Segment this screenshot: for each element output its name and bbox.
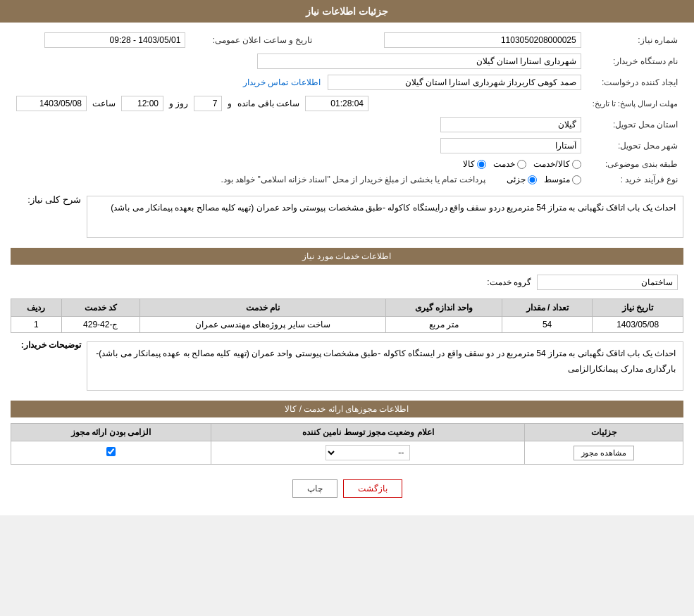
perm-col-required: الزامی بودن ارائه مجوز [11,424,211,441]
col-need-date: تاریخ نیاز [593,299,683,317]
perm-required-checkbox[interactable] [106,447,116,456]
buyer-description-text: احداث یک باب اتاقک نگهبانی به متراز 54 م… [96,348,676,374]
col-unit: واحد اندازه گیری [386,299,502,317]
buyer-description-box: احداث یک باب اتاقک نگهبانی به متراز 54 م… [87,341,683,391]
response-deadline-label: مهلت ارسال پاسخ: تا تاریخ: [587,93,683,114]
day-separator: و [228,99,232,108]
motavasset-label: متوسط [544,175,570,184]
perm-status-select[interactable]: -- [326,445,410,460]
permissions-link[interactable]: اطلاعات مجوزهای ارائه خدمت / کالا [285,404,409,414]
radio-jozii[interactable]: جزئی [507,175,537,184]
service-group-input[interactable] [537,275,678,290]
col-service-code: کد خدمت [61,299,140,317]
list-item: مشاهده مجوز -- [11,441,683,465]
permissions-section-title: اطلاعات مجوزهای ارائه خدمت / کالا [11,401,683,417]
services-table: تاریخ نیاز تعداد / مقدار واحد اندازه گیر… [11,298,683,333]
cell-date: 1403/05/08 [593,317,683,333]
day-label: روز و [169,99,188,108]
cell-quantity: 54 [502,317,593,333]
city-input[interactable] [440,138,581,153]
response-date-input[interactable] [16,96,87,111]
need-number-input[interactable] [384,32,581,48]
kala-khedmat-label: کالا/خدمت [533,159,569,169]
services-section-title: اطلاعات خدمات مورد نیاز [11,248,683,265]
city-label: شهر محل تحویل: [587,135,683,156]
announce-label: تاریخ و ساعت اعلان عمومی: [191,30,318,51]
perm-required-cell [11,441,211,465]
khedmat-label: خدمت [493,159,515,169]
purchase-note: پرداخت تمام یا بخشی از مبلغ خریدار از مح… [221,175,485,184]
response-remaining-input[interactable] [305,96,368,111]
contact-link[interactable]: اطلاعات تماس خریدار [243,77,321,87]
col-quantity: تعداد / مقدار [502,299,593,317]
cell-unit: متر مربع [386,317,502,333]
cell-row: 1 [11,317,62,333]
need-number-label: شماره نیاز: [587,30,683,51]
radio-motavasset[interactable]: متوسط [544,175,581,184]
requester-input[interactable] [328,75,581,90]
announce-value-input[interactable] [44,32,185,48]
view-permit-button[interactable]: مشاهده مجوز [574,446,634,460]
category-label: طبقه بندی موضوعی: [587,156,683,172]
perm-details-cell: مشاهده مجوز [525,441,683,465]
service-group-label: گروه خدمت: [475,277,531,287]
radio-kala-khedmat[interactable]: کالا/خدمت [533,159,581,169]
bottom-buttons: بازگشت چاپ [11,469,683,508]
response-days-input[interactable] [194,96,222,111]
page-header: جزئیات اطلاعات نیاز [0,0,694,23]
province-label: استان محل تحویل: [587,114,683,135]
radio-khedmat[interactable]: خدمت [493,159,526,169]
buyer-description-label: توضیحات خریدار: [21,340,81,350]
print-button[interactable]: چاپ [292,479,337,498]
description-box: احداث یک باب اتاقک نگهبانی به متراز 54 م… [87,196,683,238]
table-row: 1403/05/08 54 متر مربع ساخت سایر پروژه‌ه… [11,317,683,333]
remaining-label: ساعت باقی مانده [237,99,299,108]
description-text: احداث یک باب اتاقک نگهبانی به متراز 54 م… [111,203,676,213]
cell-name: ساخت سایر پروژه‌های مهندسی عمران [140,317,385,333]
cell-code: ج-42-429 [61,317,140,333]
main-info-table: شماره نیاز: تاریخ و ساعت اعلان عمومی: نا… [11,30,683,187]
permissions-table: جزئیات اعلام وضعیت مجوز توسط نامین کننده… [11,423,683,465]
description-label: شرح کلی نیاز: [27,194,81,205]
jozii-label: جزئی [507,175,526,184]
response-time-input[interactable] [121,96,163,111]
page-title: جزئیات اطلاعات نیاز [306,6,388,17]
perm-col-status: اعلام وضعیت مجوز توسط نامین کننده [211,424,525,441]
col-row-num: ردیف [11,299,62,317]
radio-kala[interactable]: کالا [463,159,486,169]
col-service-name: نام خدمت [140,299,385,317]
perm-status-cell[interactable]: -- [211,441,525,465]
purchase-type-label: نوع فرآیند خرید : [587,172,683,187]
kala-label: کالا [463,159,475,169]
time-label: ساعت [92,99,116,108]
buyer-org-input[interactable] [257,54,581,69]
buyer-org-label: نام دستگاه خریدار: [587,51,683,72]
back-button[interactable]: بازگشت [343,479,402,498]
province-input[interactable] [440,117,581,132]
perm-col-details: جزئیات [525,424,683,441]
requester-label: ایجاد کننده درخواست: [587,72,683,93]
